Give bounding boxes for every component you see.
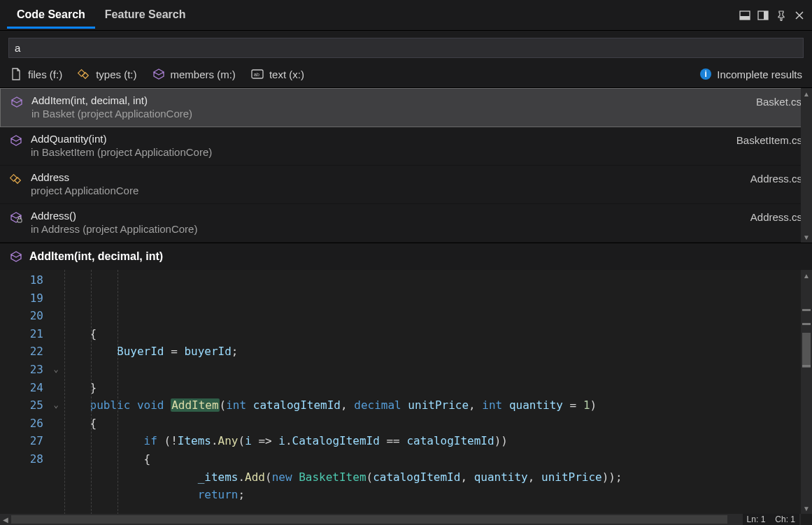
result-subtitle: in Address (project ApplicationCore)	[31, 223, 743, 235]
filter-text[interactable]: ab text (x:)	[251, 68, 304, 80]
filter-files[interactable]: files (f:)	[10, 68, 62, 80]
filter-types[interactable]: types (t:)	[78, 68, 136, 80]
filter-types-label: types (t:)	[96, 69, 136, 80]
cube-icon	[10, 134, 24, 158]
result-item[interactable]: AddItem(int, decimal, int)in Basket (pro…	[0, 88, 812, 127]
filter-files-label: files (f:)	[28, 69, 62, 80]
incomplete-results: i Incomplete results	[700, 69, 802, 80]
svg-rect-5	[83, 73, 88, 78]
members-icon	[152, 68, 165, 80]
editor-vertical-scrollbar[interactable]: ▲ ▼	[801, 270, 812, 514]
incomplete-label: Incomplete results	[717, 69, 802, 80]
status-char: Ch: 1	[775, 515, 795, 524]
file-icon	[10, 68, 22, 80]
text-icon: ab	[251, 68, 264, 80]
line-numbers: 1819202122232425262728	[0, 270, 49, 525]
cube-icon	[10, 96, 24, 120]
code-preview[interactable]: 1819202122232425262728 ⌄ ⌄ { BuyerId = b…	[0, 270, 812, 525]
results-list: AddItem(int, decimal, int)in Basket (pro…	[0, 87, 812, 243]
svg-rect-9	[15, 178, 20, 183]
filters-row: files (f:) types (t:) members (m:) ab te…	[0, 62, 812, 87]
search-input[interactable]	[8, 38, 804, 58]
preview-title: AddItem(int, decimal, int)	[29, 250, 163, 263]
svg-rect-10	[17, 219, 22, 222]
results-scrollbar[interactable]: ▲ ▼	[801, 88, 812, 243]
search-row	[0, 31, 812, 62]
result-file: Address.cs	[750, 210, 802, 235]
preview-header: AddItem(int, decimal, int)	[0, 243, 812, 270]
dock-bottom-icon[interactable]	[739, 10, 750, 21]
result-subtitle: project ApplicationCore	[31, 185, 743, 196]
svg-text:ab: ab	[254, 72, 259, 77]
class-icon	[10, 173, 24, 196]
dock-right-icon[interactable]	[757, 10, 769, 21]
status-line: Ln: 1	[747, 515, 766, 524]
fold-column[interactable]: ⌄ ⌄	[49, 270, 63, 525]
search-window: Code Search Feature Search files (f:) ty…	[0, 0, 812, 525]
info-icon: i	[700, 69, 711, 80]
result-title: Address()	[31, 210, 743, 222]
editor-horizontal-scrollbar[interactable]: ◀ ▶	[0, 514, 801, 525]
result-title: Address	[31, 171, 743, 183]
result-subtitle: in Basket (project ApplicationCore)	[31, 108, 749, 120]
svg-rect-1	[740, 16, 750, 20]
result-title: AddItem(int, decimal, int)	[31, 94, 749, 106]
result-title: AddQuantity(int)	[31, 133, 729, 145]
filter-text-label: text (x:)	[269, 69, 304, 80]
result-file: BasketItem.cs	[736, 133, 802, 158]
filter-members-label: members (m:)	[171, 69, 236, 80]
titlebar: Code Search Feature Search	[0, 0, 812, 31]
tab-feature-search[interactable]: Feature Search	[95, 1, 196, 29]
statusbar: Ln: 1 Ch: 1	[743, 514, 799, 525]
close-icon[interactable]	[794, 10, 805, 21]
result-file: Address.cs	[750, 171, 802, 196]
svg-rect-3	[764, 11, 768, 20]
method-icon	[10, 250, 22, 263]
pin-icon[interactable]	[776, 10, 787, 21]
result-item[interactable]: Address()in Address (project Application…	[0, 204, 812, 243]
types-icon	[78, 68, 90, 80]
code-content[interactable]: { BuyerId = buyerId; } public void AddIt…	[63, 270, 812, 525]
result-subtitle: in BasketItem (project ApplicationCore)	[31, 146, 729, 158]
window-controls	[739, 10, 805, 21]
result-item[interactable]: Addressproject ApplicationCoreAddress.cs	[0, 166, 812, 204]
result-item[interactable]: AddQuantity(int)in BasketItem (project A…	[0, 127, 812, 166]
cube-lock-icon	[10, 211, 24, 235]
result-file: Basket.cs	[756, 94, 802, 120]
tab-code-search[interactable]: Code Search	[7, 1, 95, 29]
filter-members[interactable]: members (m:)	[152, 68, 236, 80]
svg-rect-8	[10, 175, 17, 182]
svg-rect-4	[78, 70, 85, 77]
